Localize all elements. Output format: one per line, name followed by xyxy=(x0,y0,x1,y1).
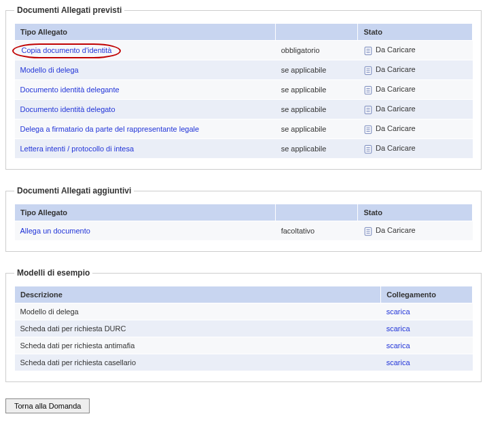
table-row: Scheda dati per richiesta DURC scarica xyxy=(15,320,473,337)
document-icon xyxy=(363,46,373,57)
mandatory-label: facoltativo xyxy=(276,221,358,241)
col-header-spacer xyxy=(276,24,358,41)
mandatory-label: obbligatorio xyxy=(276,41,358,60)
section-modelli-legend: Modelli di esempio xyxy=(14,268,92,278)
section-previsti: Documenti Allegati previsti Tipo Allegat… xyxy=(5,5,482,170)
status-label: Da Caricare xyxy=(376,144,416,152)
status-label: Da Caricare xyxy=(376,85,416,93)
table-row: Modello di delega se applicabile Da Cari… xyxy=(15,60,473,80)
table-row: Copia documento d'identità obbligatorio … xyxy=(15,41,473,60)
table-row: Delega a firmatario da parte del rappres… xyxy=(15,119,473,139)
model-description: Scheda dati per richiesta antimafia xyxy=(15,337,381,354)
table-row: Scheda dati per richiesta casellario sca… xyxy=(15,354,473,371)
mandatory-label: se applicabile xyxy=(276,100,358,119)
table-aggiuntivi: Tipo Allegato Stato Allega un documento … xyxy=(14,204,473,240)
download-link[interactable]: scarica xyxy=(386,307,410,316)
table-row: Lettera intenti / protocollo di intesa s… xyxy=(15,139,473,159)
document-icon xyxy=(363,145,373,155)
attachment-type-link[interactable]: Delega a firmatario da parte del rappres… xyxy=(20,125,200,133)
table-row: Scheda dati per richiesta antimafia scar… xyxy=(15,337,473,354)
status-label: Da Caricare xyxy=(376,124,416,132)
status-label: Da Caricare xyxy=(376,105,416,113)
document-icon xyxy=(363,66,373,77)
col-header-spacer xyxy=(276,204,358,221)
section-aggiuntivi: Documenti Allegati aggiuntivi Tipo Alleg… xyxy=(5,186,482,252)
col-header-link: Collegamento xyxy=(381,286,473,303)
status-label: Da Caricare xyxy=(376,226,416,234)
attachment-type-link[interactable]: Modello di delega xyxy=(20,66,79,74)
download-link[interactable]: scarica xyxy=(386,324,410,333)
col-header-stato: Stato xyxy=(358,24,473,41)
table-row: Documento identità delegato se applicabi… xyxy=(15,100,473,119)
section-modelli: Modelli di esempio Descrizione Collegame… xyxy=(5,268,482,382)
table-row: Documento identità delegante se applicab… xyxy=(15,80,473,100)
col-header-tipo: Tipo Allegato xyxy=(15,24,276,41)
download-link[interactable]: scarica xyxy=(386,358,410,367)
download-link[interactable]: scarica xyxy=(386,341,410,350)
model-description: Scheda dati per richiesta casellario xyxy=(15,354,381,371)
table-modelli: Descrizione Collegamento Modello di dele… xyxy=(14,286,473,371)
document-icon xyxy=(363,105,373,116)
col-header-tipo: Tipo Allegato xyxy=(15,204,276,221)
model-description: Scheda dati per richiesta DURC xyxy=(15,320,381,337)
model-description: Modello di delega xyxy=(15,303,381,320)
document-icon xyxy=(363,227,373,238)
col-header-descr: Descrizione xyxy=(15,286,381,303)
attachment-type-link[interactable]: Documento identità delegante xyxy=(20,86,120,94)
attachment-type-link[interactable]: Copia documento d'identità xyxy=(12,43,122,58)
table-row: Allega un documento facoltativo Da Caric… xyxy=(15,221,473,241)
section-previsti-legend: Documenti Allegati previsti xyxy=(14,5,124,15)
mandatory-label: se applicabile xyxy=(276,139,358,159)
status-label: Da Caricare xyxy=(376,65,416,73)
mandatory-label: se applicabile xyxy=(276,119,358,139)
back-button[interactable]: Torna alla Domanda xyxy=(5,398,90,413)
status-label: Da Caricare xyxy=(376,45,416,54)
mandatory-label: se applicabile xyxy=(276,60,358,80)
attachment-type-link[interactable]: Lettera intenti / protocollo di intesa xyxy=(20,145,134,153)
attachment-type-link[interactable]: Documento identità delegato xyxy=(20,105,115,113)
table-previsti: Tipo Allegato Stato Copia documento d'id… xyxy=(14,23,473,158)
col-header-stato: Stato xyxy=(358,204,473,221)
document-icon xyxy=(363,86,373,96)
attachment-type-link[interactable]: Allega un documento xyxy=(20,227,90,235)
table-row: Modello di delega scarica xyxy=(15,303,473,320)
mandatory-label: se applicabile xyxy=(276,80,358,100)
document-icon xyxy=(363,125,373,136)
section-aggiuntivi-legend: Documenti Allegati aggiuntivi xyxy=(14,186,134,195)
